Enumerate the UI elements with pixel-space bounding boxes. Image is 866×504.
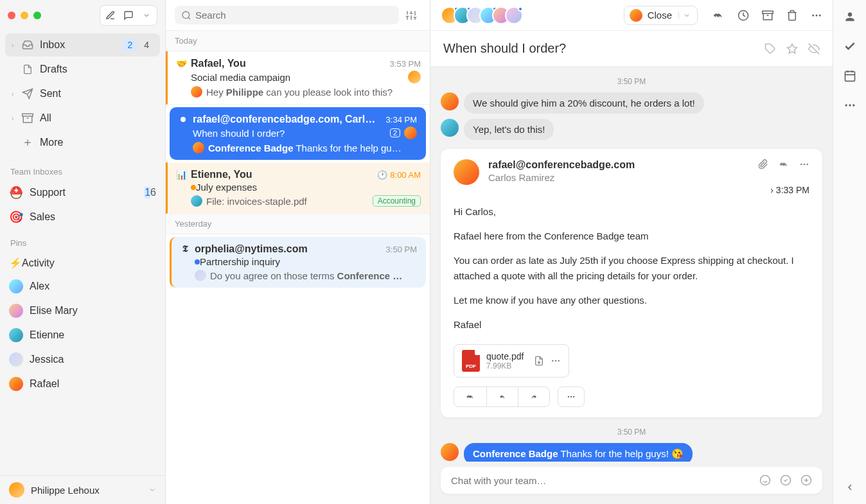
tag-pill: Accounting	[373, 195, 421, 207]
participant-avatars[interactable]	[441, 6, 523, 24]
attachment[interactable]: PDF quote.pdf 7.99KB	[454, 344, 569, 378]
pdf-icon: PDF	[462, 350, 480, 372]
reply-all-icon[interactable]	[712, 10, 725, 21]
compose-actions	[100, 5, 157, 26]
svg-point-27	[845, 104, 847, 106]
watch-icon[interactable]	[808, 43, 820, 55]
email-paragraph: Let me know if you have any other questi…	[454, 293, 809, 308]
avatar	[441, 92, 459, 110]
archive-icon[interactable]	[762, 10, 773, 21]
total-badge: 6	[150, 187, 156, 198]
chevron-down-icon[interactable]	[138, 8, 155, 23]
more-icon[interactable]	[551, 356, 561, 366]
thread-time: 3:34 PM	[386, 115, 417, 125]
compose-input[interactable]	[451, 475, 750, 486]
search-icon	[181, 10, 191, 21]
snooze-icon[interactable]	[738, 10, 749, 21]
attachment-icon[interactable]	[758, 159, 768, 169]
pin-jessica[interactable]: Jessica	[0, 347, 165, 372]
avatar	[195, 270, 206, 281]
nav-drafts[interactable]: Drafts	[5, 58, 160, 81]
compose-icon[interactable]	[102, 8, 119, 23]
team-inboxes-title: Team Inboxes	[0, 158, 165, 180]
svg-point-12	[816, 14, 818, 16]
pin-rafael[interactable]: Rafael	[0, 372, 165, 396]
avatar	[193, 142, 204, 153]
avatar	[9, 482, 24, 498]
close-button[interactable]: Close	[624, 6, 698, 25]
nav-label: All	[40, 112, 154, 124]
reply-all-button[interactable]	[454, 387, 487, 406]
svg-point-13	[819, 14, 821, 16]
nav-all[interactable]: › All	[5, 107, 160, 130]
avatar	[505, 6, 523, 24]
window-close-button[interactable]	[8, 12, 15, 19]
tag-icon[interactable]	[764, 43, 776, 55]
more-horizontal-icon[interactable]	[842, 98, 858, 113]
calendar-icon[interactable]	[842, 68, 858, 83]
chat-bubble: We should give him a 20% discount, he or…	[464, 92, 704, 114]
forward-button[interactable]	[518, 387, 549, 406]
thread-row-selected[interactable]: rafael@conferencebadge.com, Carl… 3:34 P…	[170, 107, 426, 160]
pin-label: Alex	[30, 281, 49, 292]
support-icon: ⛑️	[9, 186, 23, 200]
emoji-icon[interactable]	[759, 474, 771, 486]
chat-bubble: Yep, let's do this!	[464, 119, 554, 140]
download-icon[interactable]	[534, 356, 544, 366]
trash-icon[interactable]	[786, 10, 798, 21]
search-input-wrap[interactable]	[175, 6, 399, 24]
star-icon[interactable]	[786, 43, 798, 55]
nav-sent[interactable]: › Sent	[5, 82, 160, 105]
reply-button[interactable]	[487, 387, 518, 406]
window-minimize-button[interactable]	[21, 12, 28, 19]
pin-alex[interactable]: Alex	[0, 274, 165, 299]
window-zoom-button[interactable]	[33, 12, 41, 19]
task-icon[interactable]	[780, 474, 791, 486]
svg-point-22	[573, 396, 574, 397]
assignee-avatar	[408, 71, 421, 83]
chevron-down-icon[interactable]	[678, 12, 694, 19]
email-card: rafael@conferencebadge.com Carlos Ramire…	[441, 149, 822, 417]
comment-icon[interactable]	[120, 8, 137, 23]
nav-list: › Inbox 2 4 Drafts › Sent › All More	[0, 31, 165, 158]
thread-subject: Social media campaign	[191, 72, 404, 83]
pin-elise[interactable]: Elise Mary	[0, 299, 165, 323]
chat-area: 3:50 PM We should give him a 20% discoun…	[430, 67, 833, 462]
plus-icon	[21, 136, 35, 149]
svg-point-23	[761, 476, 770, 485]
more-icon[interactable]	[811, 10, 822, 21]
thread-row[interactable]: 📊 Etienne, You 🕐8:00 AM July expenses Fi…	[166, 162, 430, 214]
svg-point-17	[552, 360, 554, 362]
svg-point-18	[555, 360, 557, 362]
collapse-rail-icon[interactable]	[842, 480, 858, 495]
thread-row[interactable]: 𝕿 orphelia@nytimes.com 3:50 PM Partnersh…	[170, 237, 426, 288]
pin-label: Jessica	[30, 354, 64, 365]
reply-all-icon[interactable]	[777, 159, 790, 169]
search-input[interactable]	[195, 10, 393, 21]
pin-activity[interactable]: ⚡ Activity	[0, 252, 165, 274]
subject-bar: When should I order?	[430, 31, 833, 67]
more-button[interactable]	[558, 387, 585, 407]
email-to: Carlos Ramirez	[488, 172, 758, 183]
thread-row[interactable]: 🤝 Rafael, You 3:53 PM Social media campa…	[166, 51, 430, 105]
svg-point-16	[806, 164, 808, 166]
add-icon[interactable]	[800, 474, 812, 486]
nav-more[interactable]: More	[5, 131, 160, 154]
filter-icon[interactable]	[402, 10, 421, 21]
detail-pane: Close When should I order? 3:50 PM We sh…	[430, 0, 833, 504]
thread-time: 3:50 PM	[386, 245, 417, 254]
avatar	[191, 195, 202, 207]
nav-inbox[interactable]: › Inbox 2 4	[5, 33, 160, 56]
avatar	[9, 352, 23, 367]
check-icon[interactable]	[842, 39, 858, 54]
team-sales[interactable]: 🎯 Sales	[0, 205, 165, 229]
chat-message: Yep, let's do this!	[441, 119, 822, 140]
contact-icon[interactable]	[842, 9, 858, 24]
pin-etienne[interactable]: Etienne	[0, 323, 165, 347]
avatar	[9, 328, 23, 342]
more-icon[interactable]	[799, 159, 809, 169]
drafts-icon	[21, 63, 35, 76]
current-user-button[interactable]: Philippe Lehoux	[0, 475, 165, 504]
team-support[interactable]: ⛑️ Support 1 6	[0, 180, 165, 205]
nav-label: Sent	[40, 88, 154, 100]
